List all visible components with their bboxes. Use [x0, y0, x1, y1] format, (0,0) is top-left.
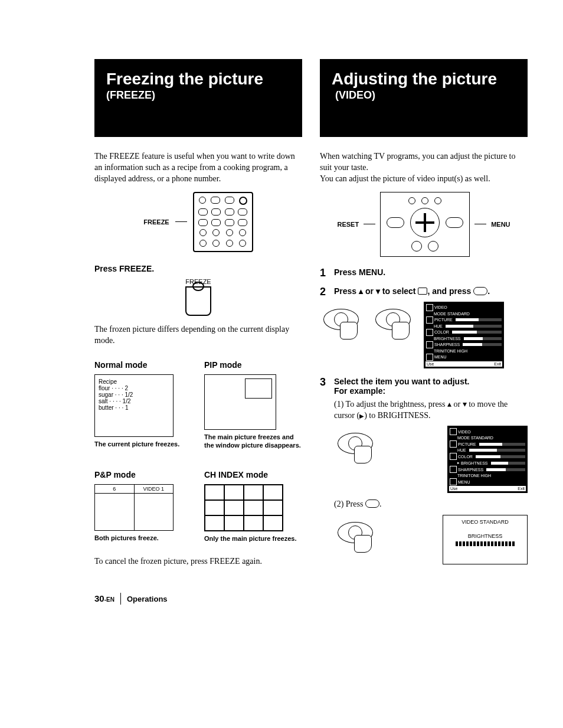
controls-box-icon [380, 192, 470, 257]
step-3-1: (1) To adjust the brightness, press or t… [320, 399, 528, 422]
menu-label: MENU [491, 221, 510, 228]
freeze-button-illustration: FREEZE [94, 278, 302, 316]
brightness-bar-icon [456, 541, 515, 546]
pnp-tab-2: VIDEO 1 [135, 485, 174, 493]
remote-freeze-label: FREEZE [143, 218, 169, 226]
remote-illustration: FREEZE [94, 192, 302, 252]
step-1-text: Press MENU. [334, 267, 385, 278]
step-3-number: 3 [320, 377, 329, 396]
controls-illustration: RESET MENU [320, 192, 528, 257]
recipe-line-2: sugar · · · 1/2 [99, 391, 169, 398]
recipe-line-3: salt · · · · 1/2 [99, 398, 169, 404]
step-3: 3 Select the item you want to adjust. Fo… [320, 377, 528, 396]
enter-button-icon [365, 500, 379, 508]
adjust-subtitle: (VIDEO) [335, 89, 375, 101]
step-3-2-illustration: VIDEO STANDARD BRIGHTNESS [320, 515, 528, 564]
adjust-intro-2: You can adjust the picture of video inpu… [320, 174, 528, 185]
step-2-number: 2 [320, 286, 329, 297]
step-1: 1 Press MENU. [320, 267, 528, 278]
recipe-line-1: flour · · · · 2 [99, 385, 169, 391]
pnp-tab-1: 6 [95, 485, 135, 493]
joystick-press-icon [372, 302, 413, 339]
arrow-up-icon [447, 400, 451, 409]
arrow-right-icon [359, 411, 364, 420]
joystick-updown-icon [320, 302, 361, 339]
arrow-down-icon [463, 400, 467, 409]
video-menu-screen-2: VIDEO MODE STANDARD PICTURE HUE COLOR ▸B… [447, 426, 528, 493]
joystick-icon [334, 426, 375, 463]
normal-mode-caption: The current picture freezes. [94, 440, 192, 449]
recipe-title: Recipe [99, 378, 169, 385]
page-lang: -EN [104, 596, 114, 603]
pip-mode-label: PIP mode [204, 360, 302, 370]
brightness-screen: VIDEO STANDARD BRIGHTNESS [443, 515, 528, 564]
pnp-mode-caption: Both pictures freeze. [94, 534, 192, 543]
section-name: Operations [127, 595, 168, 603]
freeze-title-box: Freezing the picture (FREEZE) [94, 59, 302, 137]
chindex-mode-screen [204, 484, 283, 531]
press-icon [185, 286, 211, 316]
dpad-icon [410, 208, 440, 237]
arrow-up-icon [359, 286, 363, 296]
frozen-note: The frozen picture differs depending on … [94, 324, 302, 347]
page-footer: 30-EN Operations [94, 593, 528, 605]
chindex-mode-caption: Only the main picture freezes. [204, 535, 302, 543]
adjust-title-box: Adjusting the picture (VIDEO) [320, 59, 528, 137]
adjust-line-1: VIDEO STANDARD [447, 519, 523, 525]
step-3-1-illustration: VIDEO MODE STANDARD PICTURE HUE COLOR ▸B… [320, 426, 528, 493]
video-menu-icon [418, 288, 427, 295]
freeze-title: Freezing the picture [106, 68, 290, 89]
pip-mode-caption: The main picture freezes and the window … [204, 433, 302, 450]
reset-label: RESET [337, 221, 359, 228]
enter-button-icon [473, 287, 487, 295]
step-3-text-a: Select the item you want to adjust. [334, 377, 469, 386]
freeze-intro: The FREEZE feature is useful when you wa… [94, 151, 302, 185]
arrow-down-icon [376, 286, 380, 296]
step-2-text: Press or to select , and press . [334, 286, 490, 297]
step-3-text-b: For example: [334, 386, 469, 396]
pip-mode-screen [204, 374, 276, 430]
pnp-mode-label: P&P mode [94, 470, 192, 479]
step-2-illustration: VIDEO MODE STANDARD PICTURE HUE COLOR BR… [320, 302, 528, 368]
normal-mode-screen: Recipe flour · · · · 2 sugar · · · 1/2 s… [94, 374, 174, 437]
step-3-2: (2) Press . [320, 499, 528, 510]
pip-window-icon [245, 378, 272, 399]
press-freeze-heading: Press FREEZE. [94, 264, 302, 273]
step-1-number: 1 [320, 267, 329, 278]
adjust-title: Adjusting the picture [332, 70, 497, 88]
chindex-mode-label: CH INDEX mode [204, 470, 302, 479]
joystick-press-icon [334, 515, 375, 553]
remote-icon [193, 192, 253, 252]
cancel-note: To cancel the frozen picture, press FREE… [94, 556, 302, 567]
adjust-line-2: BRIGHTNESS [447, 533, 523, 539]
pnp-mode-screen: 6 VIDEO 1 [94, 484, 174, 531]
recipe-line-4: butter · · · 1 [99, 404, 169, 411]
step-2: 2 Press or to select , and press . [320, 286, 528, 297]
page-number: 30 [94, 593, 104, 603]
normal-mode-label: Normal mode [94, 360, 192, 370]
video-menu-screen: VIDEO MODE STANDARD PICTURE HUE COLOR BR… [424, 302, 504, 368]
freeze-subtitle: (FREEZE) [106, 89, 290, 102]
adjust-intro-1: When watching TV programs, you can adjus… [320, 151, 528, 174]
